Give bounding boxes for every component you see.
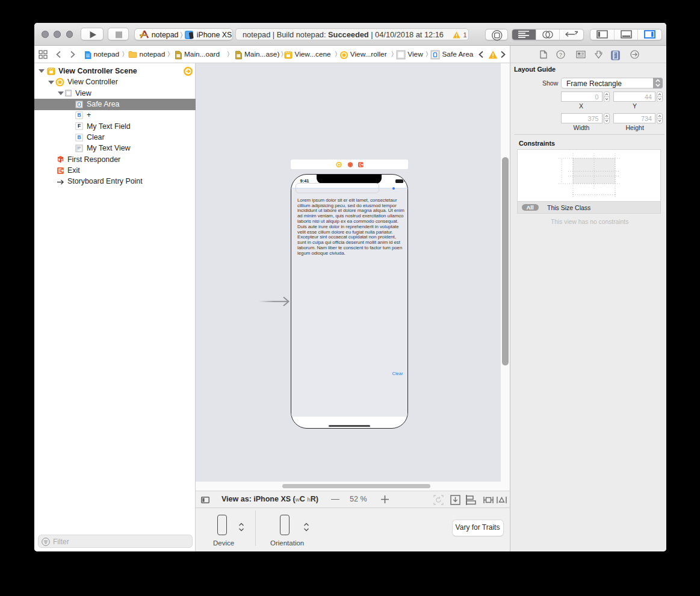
svg-text:B: B — [77, 134, 81, 140]
svg-text:?: ? — [559, 52, 562, 58]
svg-text:B: B — [77, 112, 81, 118]
svg-text:1: 1 — [61, 158, 63, 163]
svg-text:F: F — [78, 123, 81, 129]
